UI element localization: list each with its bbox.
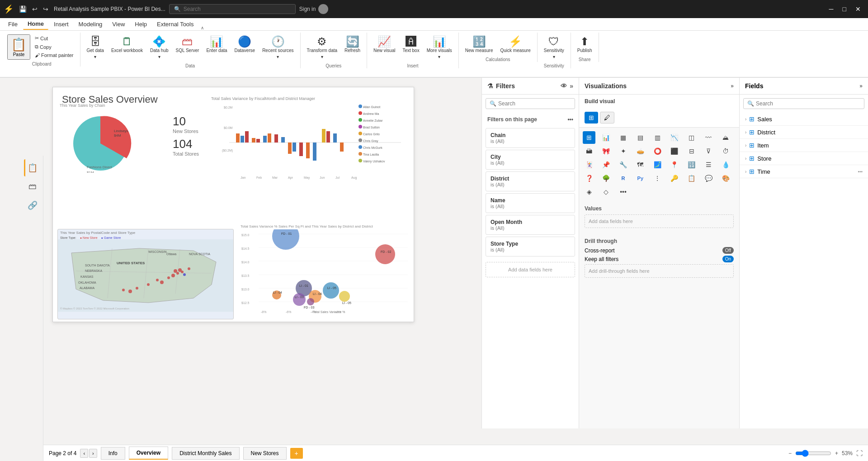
search-bar[interactable]: 🔍 [169,4,296,14]
viz-treemap-icon[interactable]: ⬛ [668,145,681,157]
redo-icon[interactable]: ↪ [41,5,50,14]
more-visuals-button[interactable]: 📊 More visuals▾ [424,34,455,62]
viz-multi-row-icon[interactable]: ☰ [702,158,715,171]
minimize-button[interactable]: ─ [826,4,837,14]
sensitivity-button[interactable]: 🛡 Sensitivity▾ [541,34,567,62]
viz-hierarchy-icon[interactable]: ⋮ [651,172,664,185]
menu-file[interactable]: File [4,19,22,29]
viz-table-icon[interactable]: ⊞ [583,131,595,144]
dataverse-button[interactable]: 🔵 Dataverse [232,34,258,55]
excel-workbook-button[interactable]: 🗒 Excel workbook [108,34,146,55]
viz-azure-map-icon[interactable]: 📍 [668,158,681,171]
cut-button[interactable]: ✂ Cut [32,34,76,42]
next-page-button[interactable]: › [89,449,97,458]
expand-icon[interactable]: » [570,82,573,90]
data-hub-button[interactable]: 💠 Data hub▾ [147,34,171,62]
tab-overview[interactable]: Overview [129,447,168,460]
viz-key-influencer-icon[interactable]: 🔑 [668,172,681,185]
menu-view[interactable]: View [108,19,129,29]
recent-sources-button[interactable]: 🕐 Recent sources▾ [259,34,296,62]
viz-number-card-icon[interactable]: 🔢 [685,158,698,171]
cross-report-toggle[interactable]: Off [722,247,734,254]
copy-button[interactable]: ⧉ Copy [32,43,76,51]
filter-search-box[interactable]: 🔍 [486,98,575,109]
menu-external-tools[interactable]: External Tools [152,19,198,29]
viz-kpi-icon[interactable]: 📌 [600,158,613,171]
fields-search-input[interactable] [756,100,860,107]
zoom-in-icon[interactable]: + [835,450,838,456]
field-item-item[interactable]: › ⊞ Item [740,139,868,152]
eye-icon[interactable]: 👁 [561,82,567,90]
undo-icon[interactable]: ↩ [30,5,39,14]
viz-slicer-icon[interactable]: 🔧 [617,158,630,171]
viz-stacked-area-icon[interactable]: 🏔 [583,145,595,157]
viz-scatter-icon[interactable]: ✦ [617,145,630,157]
nav-report-icon[interactable]: 📋 [24,159,41,176]
maximize-button[interactable]: □ [839,4,850,14]
fields-search-box[interactable]: 🔍 [743,98,864,109]
menu-insert[interactable]: Insert [49,19,73,29]
refresh-button[interactable]: 🔄 Refresh [342,34,363,55]
field-more-icon-time[interactable]: ••• [858,169,863,174]
zoom-out-icon[interactable]: − [788,450,792,456]
save-icon[interactable]: 💾 [17,5,28,14]
viz-custom3-icon[interactable]: ◇ [600,185,613,198]
viz-donut-icon[interactable]: ⭕ [651,145,664,157]
scatter-chart-container[interactable]: Total Sales Variance % Sales Per Sq Ft a… [241,224,411,319]
viz-funnel-icon[interactable]: ⊽ [702,145,715,157]
map-container[interactable]: This Year Sales by PostalCode and Store … [57,229,234,319]
nav-data-icon[interactable]: 🗃 [25,178,40,195]
filter-card-district[interactable]: District is (All) [486,171,575,191]
viz-decomp-icon[interactable]: 🌳 [600,172,613,185]
fit-page-icon[interactable]: ⛶ [856,450,863,457]
viz-tab-table[interactable]: ⊞ [585,112,598,124]
quick-measure-button[interactable]: ⚡ Quick measure [498,34,533,55]
filter-card-name[interactable]: Name is (All) [486,193,575,213]
viz-stacked-bar2-icon[interactable]: ◫ [685,131,698,144]
pie-chart-container[interactable]: This Year Sales by Chain Fashions Direct… [60,103,164,180]
viz-py-icon[interactable]: Py [634,172,646,185]
new-visual-button[interactable]: 📈 New visual [371,34,398,55]
viz-line-icon[interactable]: 〰 [702,131,715,144]
menu-modeling[interactable]: Modeling [74,19,107,29]
viz-gauge-icon[interactable]: ⏱ [719,145,732,157]
viz-r-icon[interactable]: R [617,172,630,185]
field-item-time[interactable]: › ⊞ Time ••• [740,165,868,178]
viz-tab-format[interactable]: 🖊 [600,112,614,124]
viz-stacked-bar-icon[interactable]: ▦ [617,131,630,144]
keep-filters-toggle[interactable]: On [722,256,734,262]
viz-card-icon[interactable]: 🃏 [583,158,595,171]
field-item-district[interactable]: › ⊞ District [740,126,868,139]
filters-more-icon[interactable]: ••• [567,116,573,123]
viz-waterfall-icon[interactable]: 💧 [719,158,732,171]
nav-model-icon[interactable]: 🔗 [24,197,41,214]
sql-server-button[interactable]: 🗃 SQL Server [173,34,202,55]
paste-button[interactable]: 📋 Paste [7,34,30,60]
filter-card-store-type[interactable]: Store Type is (All) [486,237,575,257]
viz-table2-icon[interactable]: 📋 [685,172,698,185]
viz-map-icon[interactable]: 🗺 [634,158,646,171]
viz-area-icon[interactable]: ⛰ [719,131,732,144]
close-button[interactable]: ✕ [852,4,864,14]
format-painter-button[interactable]: 🖌 Format painter [32,52,76,59]
bar-chart-container[interactable]: Total Sales Variance by FiscalMonth and … [211,96,411,187]
get-data-button[interactable]: 🗄 Get data▾ [84,34,107,62]
fields-expand-icon[interactable]: » [859,83,863,89]
search-input[interactable] [184,6,274,12]
menu-help[interactable]: Help [130,19,151,29]
enter-data-button[interactable]: 📊 Enter data [203,34,230,55]
viz-custom1-icon[interactable]: 🎨 [719,172,732,185]
viz-100pct-bar-icon[interactable]: ▥ [651,131,664,144]
viz-pie-icon[interactable]: 🥧 [634,145,646,157]
add-tab-button[interactable]: + [290,448,303,459]
viz-expand-icon[interactable]: » [731,83,734,89]
filter-card-city[interactable]: City is (All) [486,150,575,170]
sign-in-label[interactable]: Sign in [299,6,316,12]
tab-district-monthly-sales[interactable]: District Monthly Sales [172,447,239,460]
viz-qna-icon[interactable]: ❓ [583,172,595,185]
ribbon-expand-icon[interactable]: ∧ [199,25,206,30]
tab-info[interactable]: Info [101,447,125,460]
viz-smart-narrative-icon[interactable]: 💬 [702,172,715,185]
filter-card-chain[interactable]: Chain is (All) [486,128,575,148]
transform-data-button[interactable]: ⚙ Transform data▾ [304,34,340,62]
